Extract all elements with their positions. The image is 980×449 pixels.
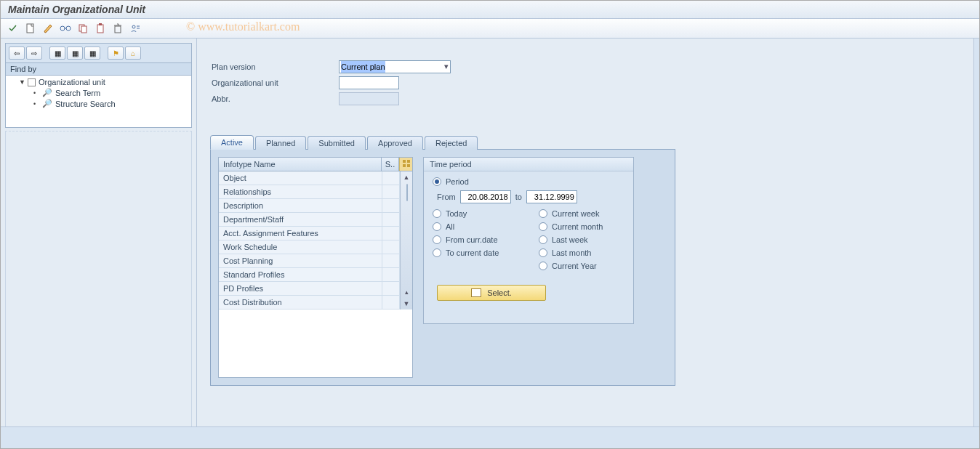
svg-rect-10 bbox=[407, 160, 410, 163]
clipboard-icon[interactable] bbox=[94, 22, 107, 35]
expand-arrow-icon: ▼ bbox=[19, 78, 25, 86]
plan-version-select[interactable]: Current plan ▾ bbox=[339, 60, 451, 73]
table-row[interactable]: Relationships bbox=[219, 185, 400, 199]
svg-rect-4 bbox=[81, 26, 87, 33]
trash-icon[interactable] bbox=[111, 22, 124, 35]
glasses-icon[interactable] bbox=[59, 22, 72, 35]
infotype-cell: Cost Distribution bbox=[219, 296, 382, 309]
infotype-cell: Object bbox=[219, 171, 382, 185]
select-button[interactable]: Select. bbox=[437, 285, 546, 301]
svg-rect-9 bbox=[403, 160, 406, 163]
radio-icon bbox=[433, 248, 441, 257]
radio-icon bbox=[539, 209, 547, 218]
table-row[interactable]: PD Profiles bbox=[219, 282, 400, 296]
table-row[interactable]: Cost Distribution bbox=[219, 296, 400, 310]
radio-today[interactable]: Today bbox=[433, 209, 518, 218]
radio-label: Current Year bbox=[552, 262, 597, 270]
radio-icon bbox=[539, 222, 547, 231]
grid3-icon[interactable]: ▦ bbox=[84, 46, 100, 60]
tab-approved[interactable]: Approved bbox=[367, 136, 423, 150]
radio-to-current-date[interactable]: To current date bbox=[433, 248, 518, 257]
tab-rejected[interactable]: Rejected bbox=[425, 136, 478, 150]
svg-rect-7 bbox=[115, 26, 121, 33]
table-row[interactable]: Cost Planning bbox=[219, 254, 400, 268]
infotype-cell: Standard Profiles bbox=[219, 268, 382, 281]
infotype-cell: PD Profiles bbox=[219, 282, 382, 295]
scroll-down-icon-small[interactable]: ▴ bbox=[401, 286, 412, 298]
to-date-input[interactable] bbox=[526, 190, 577, 203]
svg-rect-11 bbox=[403, 164, 406, 167]
new-doc-icon[interactable] bbox=[24, 22, 37, 35]
radio-current-week[interactable]: Current week bbox=[539, 209, 624, 218]
time-period-group: Time period Period From to Today bbox=[423, 157, 634, 324]
up-icon[interactable]: ⌂ bbox=[125, 46, 141, 60]
object-tree: ▼ Organizational unit • 🔎 Search Term • … bbox=[5, 76, 192, 128]
tree-node-search-term[interactable]: • 🔎 Search Term bbox=[9, 87, 188, 98]
binoculars-icon: 🔎 bbox=[42, 99, 52, 108]
table-row[interactable]: Acct. Assignment Features bbox=[219, 227, 400, 240]
tree-node-org-unit[interactable]: ▼ Organizational unit bbox=[9, 77, 188, 87]
svg-point-2 bbox=[66, 26, 71, 31]
status-tabstrip: Active Planned Submitted Approved Reject… bbox=[210, 134, 979, 149]
table-row[interactable]: Object bbox=[219, 171, 400, 185]
nav-spacer bbox=[5, 131, 192, 444]
arrow-right-icon[interactable]: ⇨ bbox=[26, 46, 42, 60]
check-icon[interactable] bbox=[7, 22, 20, 35]
infotype-col-header[interactable]: Infotype Name bbox=[219, 158, 382, 171]
radio-icon bbox=[433, 209, 441, 218]
overview-icon[interactable] bbox=[129, 22, 142, 35]
config-col-icon[interactable] bbox=[399, 158, 412, 171]
tree-node-structure-search[interactable]: • 🔎 Structure Search bbox=[9, 98, 188, 109]
table-row[interactable]: Description bbox=[219, 199, 400, 213]
from-date-input[interactable] bbox=[460, 190, 511, 203]
grid1-icon[interactable]: ▦ bbox=[49, 46, 65, 60]
tab-submitted[interactable]: Submitted bbox=[308, 136, 366, 150]
header-form: Plan version Current plan ▾ Organization… bbox=[197, 39, 979, 105]
status-col-header[interactable]: S.. bbox=[382, 158, 399, 171]
copy-icon[interactable] bbox=[76, 22, 89, 35]
radio-last-month[interactable]: Last month bbox=[539, 248, 624, 257]
find-by-label: Find by bbox=[5, 63, 192, 76]
arrow-left-icon[interactable]: ⇦ bbox=[9, 46, 25, 60]
radio-label: Period bbox=[446, 177, 469, 186]
radio-label: From curr.date bbox=[446, 235, 498, 244]
scroll-thumb[interactable] bbox=[406, 184, 408, 201]
table-row[interactable]: Department/Staff bbox=[219, 213, 400, 227]
footer bbox=[1, 426, 979, 448]
grid2-icon[interactable]: ▦ bbox=[67, 46, 83, 60]
infotype-cell: Relationships bbox=[219, 185, 382, 198]
content-pane: Plan version Current plan ▾ Organization… bbox=[197, 39, 979, 448]
plan-version-value: Current plan bbox=[341, 61, 385, 73]
tab-planned[interactable]: Planned bbox=[255, 136, 306, 150]
right-border-strip bbox=[973, 39, 979, 448]
radio-label: To current date bbox=[446, 248, 499, 257]
radio-label: Current week bbox=[552, 209, 599, 218]
infotype-cell: Department/Staff bbox=[219, 213, 382, 226]
radio-icon bbox=[433, 222, 441, 231]
radio-from-curr-date[interactable]: From curr.date bbox=[433, 235, 518, 244]
tab-active[interactable]: Active bbox=[210, 135, 254, 150]
watermark-text: © www.tutorialkart.com bbox=[186, 20, 300, 33]
table-row[interactable]: Standard Profiles bbox=[219, 268, 400, 282]
abbr-display bbox=[339, 92, 399, 105]
radio-icon bbox=[433, 177, 441, 186]
flag-icon[interactable]: ⚑ bbox=[108, 46, 124, 60]
select-icon bbox=[471, 288, 481, 297]
org-unit-input[interactable] bbox=[339, 76, 399, 89]
radio-current-month[interactable]: Current month bbox=[539, 222, 624, 231]
chevron-down-icon: ▾ bbox=[444, 62, 449, 71]
scroll-up-icon[interactable]: ▲ bbox=[401, 171, 412, 183]
radio-current-year[interactable]: Current Year bbox=[539, 262, 624, 270]
scroll-down-icon[interactable]: ▼ bbox=[401, 298, 412, 310]
from-label: From bbox=[437, 193, 456, 201]
radio-last-week[interactable]: Last week bbox=[539, 235, 624, 244]
table-row[interactable]: Work Schedule bbox=[219, 240, 400, 254]
radio-icon bbox=[539, 262, 547, 270]
application-toolbar: © www.tutorialkart.com bbox=[1, 19, 979, 39]
vertical-scrollbar[interactable]: ▲ ▴ ▼ bbox=[400, 171, 412, 310]
infotype-cell: Description bbox=[219, 199, 382, 212]
infotype-cell: Work Schedule bbox=[219, 240, 382, 254]
radio-period[interactable]: Period bbox=[433, 177, 624, 186]
pencil-icon[interactable] bbox=[41, 22, 55, 35]
radio-all[interactable]: All bbox=[433, 222, 518, 231]
